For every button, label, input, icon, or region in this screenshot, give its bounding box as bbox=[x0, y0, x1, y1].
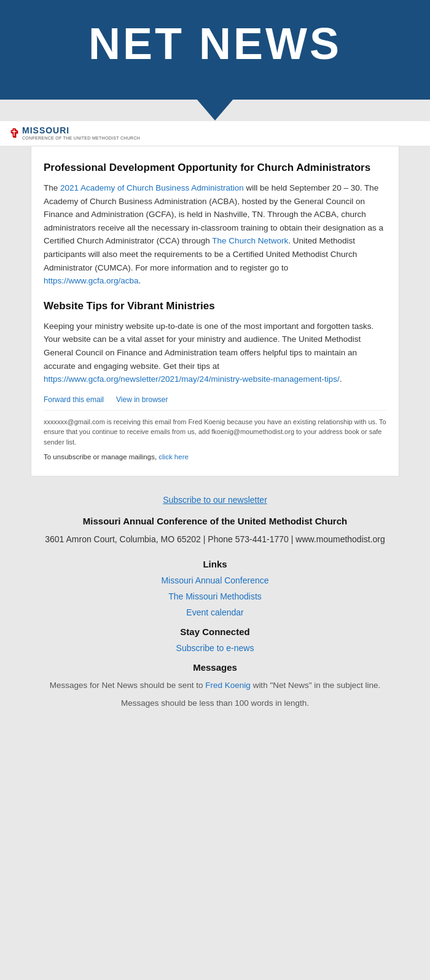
email-small-print: xxxxxxx@gmail.com is receiving this emai… bbox=[44, 410, 386, 448]
email-action-links: Forward this email View in browser bbox=[44, 395, 386, 404]
logo-missouri-text: MISSOURI bbox=[22, 126, 140, 135]
header-triangle-decoration bbox=[197, 99, 233, 121]
article2-body: Keeping your ministry website up-to-date… bbox=[44, 320, 386, 386]
article2-link[interactable]: https://www.gcfa.org/newsletter/2021/may… bbox=[44, 374, 340, 384]
footer-org-name: Missouri Annual Conference of the United… bbox=[12, 516, 418, 526]
article2-title: Website Tips for Vibrant Ministries bbox=[44, 300, 386, 312]
stay-connected-title: Stay Connected bbox=[12, 626, 418, 637]
messages-body: Messages for Net News should be sent to … bbox=[12, 679, 418, 692]
links-section-title: Links bbox=[12, 559, 418, 569]
fred-koenig-link[interactable]: Fred Koenig bbox=[205, 681, 251, 690]
footer-address-text: 3601 Amron Court, Columbia, MO 65202 | P… bbox=[45, 534, 385, 544]
unsubscribe-link[interactable]: click here bbox=[158, 453, 189, 460]
footer-link-annual-conference[interactable]: Missouri Annual Conference bbox=[12, 575, 418, 585]
unsubscribe-section: To unsubscribe or manage mailings, click… bbox=[44, 453, 386, 460]
logo-text: MISSOURI CONFERENCE OF THE UNITED METHOD… bbox=[22, 126, 140, 140]
article2-text: Keeping your ministry website up-to-date… bbox=[44, 322, 373, 371]
article1-link3[interactable]: https://www.gcfa.org/acba bbox=[44, 276, 139, 285]
email-legal-text: xxxxxxx@gmail.com is receiving this emai… bbox=[44, 417, 386, 448]
subscribe-newsletter-link[interactable]: Subscribe to our newsletter bbox=[12, 495, 418, 505]
messages-note: Messages should be less than 100 words i… bbox=[12, 697, 418, 710]
messages-text1: Messages for Net News should be sent to bbox=[50, 681, 206, 690]
unsubscribe-prefix: To unsubscribe or manage mailings, bbox=[44, 453, 158, 460]
logo-bar: ✞ MISSOURI CONFERENCE OF THE UNITED METH… bbox=[0, 121, 430, 146]
article1-link2[interactable]: The Church Network bbox=[212, 236, 288, 245]
subscribe-enews-link[interactable]: Subscribe to e-news bbox=[12, 643, 418, 653]
article1-title: Professional Development Opportunity for… bbox=[44, 162, 386, 174]
article-church-admin: Professional Development Opportunity for… bbox=[44, 162, 386, 288]
content-card: Professional Development Opportunity for… bbox=[31, 146, 399, 476]
article1-link1[interactable]: 2021 Academy of Church Business Administ… bbox=[60, 183, 244, 192]
article-website-tips: Website Tips for Vibrant Ministries Keep… bbox=[44, 300, 386, 386]
newsletter-title: NET NEWS bbox=[12, 18, 418, 69]
footer-address: 3601 Amron Court, Columbia, MO 65202 | P… bbox=[12, 532, 418, 546]
footer-link-missouri-methodists[interactable]: The Missouri Methodists bbox=[12, 591, 418, 601]
article1-text1: The bbox=[44, 183, 60, 192]
header-banner: NET NEWS bbox=[0, 0, 430, 100]
logo-conference-text: CONFERENCE OF THE UNITED METHODIST CHURC… bbox=[22, 136, 140, 141]
page-wrapper: NET NEWS ✞ MISSOURI CONFERENCE OF THE UN… bbox=[0, 0, 430, 733]
view-browser-link[interactable]: View in browser bbox=[116, 395, 168, 404]
forward-email-link[interactable]: Forward this email bbox=[44, 395, 104, 404]
footer-section: Subscribe to our newsletter Missouri Ann… bbox=[0, 476, 430, 733]
messages-text2: with "Net News" in the subject line. bbox=[251, 681, 380, 690]
messages-section-title: Messages bbox=[12, 662, 418, 673]
missouri-logo: ✞ MISSOURI CONFERENCE OF THE UNITED METH… bbox=[9, 126, 140, 141]
article1-body: The 2021 Academy of Church Business Admi… bbox=[44, 181, 386, 288]
cross-icon: ✞ bbox=[9, 126, 20, 141]
footer-link-event-calendar[interactable]: Event calendar bbox=[12, 607, 418, 617]
